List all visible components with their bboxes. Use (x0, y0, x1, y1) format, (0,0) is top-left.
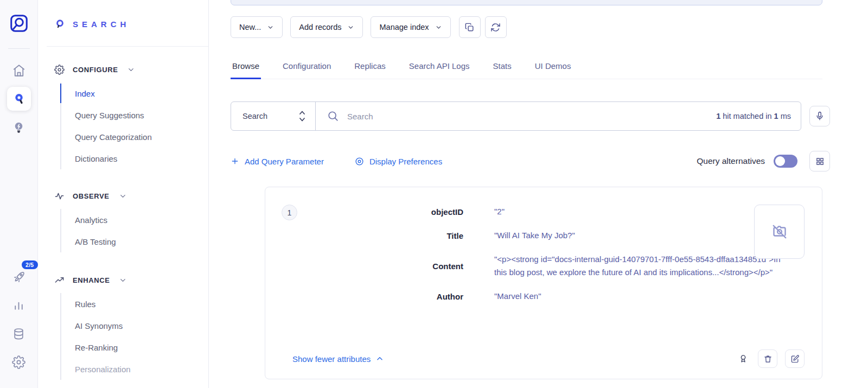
no-image-placeholder (754, 205, 805, 259)
plus-icon (231, 157, 239, 166)
sidebar-item-query-categorization[interactable]: Query Categorization (61, 126, 208, 148)
index-selector-cutoff (231, 0, 822, 5)
bar-chart-icon[interactable] (7, 294, 31, 317)
refresh-icon[interactable] (485, 16, 507, 38)
section-enhance-header[interactable]: ENHANCE (54, 275, 208, 285)
hit-attributes: objectID "2" Title "Will AI Take My Job?… (265, 187, 822, 303)
add-query-parameter-link[interactable]: Add Query Parameter (231, 157, 324, 166)
query-alternatives-label: Query alternatives (697, 156, 765, 166)
search-input[interactable] (347, 112, 708, 121)
sidebar-item-re-ranking[interactable]: Re-Ranking (61, 336, 208, 358)
chevron-down-icon (435, 24, 442, 31)
database-icon[interactable] (7, 322, 31, 346)
hit-footer: Show fewer attributes (292, 349, 805, 368)
rail-bottom-group: 2/5 (7, 265, 31, 374)
new-button[interactable]: New... (231, 16, 283, 38)
tab-configuration[interactable]: Configuration (281, 56, 333, 79)
sidebar-item-query-suggestions[interactable]: Query Suggestions (61, 104, 208, 126)
add-records-button[interactable]: Add records (290, 16, 363, 38)
search-scope-select[interactable]: Search (231, 102, 316, 130)
delete-icon[interactable] (758, 349, 777, 368)
search-stats: 1 hit matched in 1 ms (716, 112, 791, 120)
attribute-row-objectid: objectID "2" (265, 205, 822, 218)
chevron-down-icon (347, 24, 354, 31)
section-configure-label: CONFIGURE (73, 66, 118, 74)
edit-icon[interactable] (785, 349, 805, 368)
configure-gear-icon (54, 65, 65, 75)
section-observe-header[interactable]: OBSERVE (54, 191, 208, 201)
tab-replicas[interactable]: Replicas (353, 56, 387, 79)
tab-ui-demos[interactable]: UI Demos (533, 56, 573, 79)
configure-items: Index Query Suggestions Query Categoriza… (60, 82, 208, 169)
recommend-bulb-icon[interactable] (7, 115, 31, 139)
search-title-icon (54, 18, 66, 30)
hit-rank-badge: 1 (282, 205, 297, 220)
section-observe-label: OBSERVE (73, 192, 110, 200)
observe-items: Analytics A/B Testing (60, 209, 208, 252)
chevron-down-icon (119, 276, 127, 284)
activity-icon (54, 191, 65, 201)
chevron-down-icon (127, 66, 135, 74)
section-configure-header[interactable]: CONFIGURE (54, 65, 208, 75)
query-alternatives-control: Query alternatives (697, 151, 830, 171)
sidebar-item-dictionaries[interactable]: Dictionaries (61, 148, 208, 169)
eye-icon (355, 157, 364, 166)
camera-off-icon (770, 222, 789, 241)
chevron-up-icon (376, 355, 384, 362)
sidebar-divider (47, 46, 208, 47)
search-product-icon[interactable] (7, 87, 31, 111)
section-configure: CONFIGURE Index Query Suggestions Query … (54, 65, 208, 169)
search-row: Search 1 hit matched in 1 ms (231, 101, 830, 131)
tab-stats[interactable]: Stats (492, 56, 513, 79)
section-enhance: ENHANCE Rules AI Synonyms Re-Ranking Per… (54, 275, 208, 380)
search-bar: Search 1 hit matched in 1 ms (231, 101, 801, 131)
search-input-area: 1 hit matched in 1 ms (316, 102, 801, 130)
home-icon[interactable] (7, 59, 31, 82)
tab-search-api-logs[interactable]: Search API Logs (407, 56, 471, 79)
grid-view-icon[interactable] (809, 151, 830, 171)
sidebar-item-analytics[interactable]: Analytics (61, 209, 208, 231)
section-enhance-label: ENHANCE (73, 276, 110, 284)
settings-gear-icon[interactable] (7, 350, 31, 374)
microphone-icon[interactable] (809, 106, 830, 126)
display-preferences-link[interactable]: Display Preferences (355, 157, 442, 166)
section-observe: OBSERVE Analytics A/B Testing (54, 191, 208, 252)
attribute-row-author: Author "Marvel Ken" (265, 290, 822, 303)
sidebar-item-ai-synonyms[interactable]: AI Synonyms (61, 315, 208, 336)
app-root: 2/5 (0, 0, 868, 388)
manage-index-button[interactable]: Manage index (371, 16, 450, 38)
sidebar-item-rules[interactable]: Rules (61, 293, 208, 315)
attribute-row-title: Title "Will AI Take My Job?" (265, 229, 822, 242)
sidebar-item-index[interactable]: Index (61, 82, 208, 104)
rocket-progress-badge: 2/5 (22, 260, 38, 269)
hit-card: 1 objectID "2" Title "Will AI Take My Jo… (265, 187, 822, 379)
query-alternatives-toggle[interactable] (774, 155, 797, 168)
award-icon[interactable] (736, 349, 750, 368)
toggle-knob (775, 156, 785, 166)
tab-browse[interactable]: Browse (231, 56, 261, 79)
enhance-items: Rules AI Synonyms Re-Ranking Personaliza… (60, 293, 208, 380)
rail-divider (8, 48, 30, 49)
copy-icon[interactable] (459, 16, 481, 38)
icon-rail: 2/5 (0, 0, 38, 388)
attribute-row-content: Content "<p><strong id="docs-internal-gu… (265, 253, 822, 279)
product-sidebar: SEARCH CONFIGURE Index Query Suggestion (38, 0, 209, 388)
chevron-down-icon (119, 192, 127, 200)
index-toolbar: New... Add records Manage index (231, 16, 868, 38)
query-controls-row: Add Query Parameter Display Preferences … (231, 151, 830, 171)
sidebar-title: SEARCH (73, 20, 130, 29)
sidebar-header: SEARCH (54, 18, 208, 30)
index-tabs: Browse Configuration Replicas Search API… (231, 56, 822, 79)
hit-actions (736, 349, 805, 368)
search-icon (327, 110, 339, 122)
chevron-up-down-icon (298, 109, 307, 123)
rocket-icon[interactable]: 2/5 (7, 265, 31, 289)
show-fewer-attributes-link[interactable]: Show fewer attributes (292, 354, 384, 364)
sidebar-item-personalization[interactable]: Personalization (61, 358, 208, 380)
chevron-down-icon (267, 24, 274, 31)
algolia-logo-icon[interactable] (9, 13, 29, 34)
trending-up-icon (54, 275, 65, 285)
sidebar-item-ab-testing[interactable]: A/B Testing (61, 231, 208, 252)
main-content: New... Add records Manage index (209, 0, 868, 388)
